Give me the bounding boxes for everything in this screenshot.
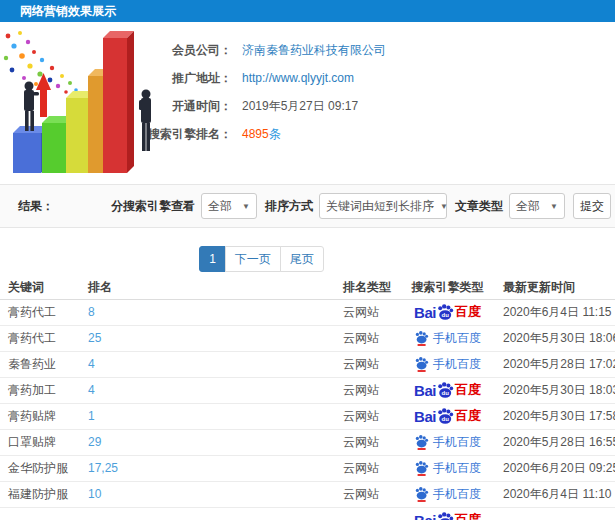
chevron-down-icon: ▼ xyxy=(440,202,448,211)
keyword-ranking-table: 关键词 排名 排名类型 搜索引擎类型 最新更新时间 膏药代工 8 云网站 Bai… xyxy=(0,276,615,520)
mobile-baidu-paw-icon xyxy=(414,486,429,502)
rank-type-cell: 云网站 xyxy=(335,403,400,429)
engine-cell: Bai du 百度 手机百度 xyxy=(400,481,495,507)
rank-link[interactable]: 10 xyxy=(88,487,101,501)
svg-text:du: du xyxy=(441,312,449,318)
header-updated: 最新更新时间 xyxy=(495,276,615,299)
rank-link[interactable]: 4 xyxy=(88,357,95,371)
member-company-link[interactable]: 济南秦鲁药业科技有限公司 xyxy=(242,43,386,57)
rank-type-cell: 云网站 xyxy=(335,377,400,403)
pagination: 1 下一页 尾页 xyxy=(200,246,324,272)
table-row: 口罩贴牌 29 云网站 Bai du 百度 xyxy=(0,429,615,455)
table-row: Bai du 百度 手机百度 xyxy=(0,507,615,520)
engine-cell: Bai du 百度 手机百度 xyxy=(400,403,495,429)
rank-type-cell: 云网站 xyxy=(335,325,400,351)
engine-rank-unit: 条 xyxy=(269,127,281,141)
baidu-logo: Bai du 百度 xyxy=(414,407,481,425)
promo-url-link[interactable]: http://www.qlyyjt.com xyxy=(242,71,354,85)
updated-cell: 2020年6月20日 09:25 xyxy=(495,455,615,481)
result-section-label: 结果： xyxy=(18,198,54,215)
keyword-cell xyxy=(0,507,80,520)
updated-cell: 2020年6月4日 11:10 xyxy=(495,481,615,507)
next-page-button[interactable]: 下一页 xyxy=(225,246,281,272)
updated-cell: 2020年6月4日 11:15 xyxy=(495,299,615,325)
engine-cell: Bai du 百度 手机百度 xyxy=(400,429,495,455)
article-type-label: 文章类型 xyxy=(455,198,503,215)
engine-cell: Bai du 百度 手机百度 xyxy=(400,455,495,481)
rank-link[interactable]: 29 xyxy=(88,435,101,449)
engine-filter-select[interactable]: 全部 ▼ xyxy=(201,193,257,219)
submit-button[interactable]: 提交 xyxy=(573,193,611,219)
mobile-baidu-paw-icon xyxy=(414,434,429,450)
keyword-cell: 秦鲁药业 xyxy=(0,351,80,377)
table-row: 膏药代工 25 云网站 Bai du 百度 xyxy=(0,325,615,351)
engine-filter-label: 分搜索引擎查看 xyxy=(111,198,195,215)
page-title: 网络营销效果展示 xyxy=(0,0,615,22)
businessman-right xyxy=(139,90,151,152)
keyword-cell: 膏药加工 xyxy=(0,377,80,403)
table-row: 福建防护服 10 云网站 Bai du 百度 xyxy=(0,481,615,507)
mobile-baidu-paw-icon xyxy=(414,356,429,372)
chevron-down-icon: ▼ xyxy=(550,202,558,211)
baidu-paw-icon: du xyxy=(436,303,454,321)
engine-cell: Bai du 百度 手机百度 xyxy=(400,507,495,520)
engine-rank-count: 4895 xyxy=(242,127,269,141)
chevron-down-icon: ▼ xyxy=(242,202,250,211)
table-row: 膏药贴牌 1 云网站 Bai du 百度 xyxy=(0,403,615,429)
rank-link[interactable]: 1 xyxy=(88,409,95,423)
engine-cell: Bai du 百度 手机百度 xyxy=(400,299,495,325)
mobile-baidu-logo: 手机百度 xyxy=(414,356,481,373)
marketing-bar-chart-illustration xyxy=(0,28,175,178)
pagination-area: 1 下一页 尾页 xyxy=(0,228,524,272)
table-row: 膏药代工 8 云网站 Bai du 百度 xyxy=(0,299,615,325)
keyword-cell: 福建防护服 xyxy=(0,481,80,507)
mobile-baidu-paw-icon xyxy=(414,330,429,346)
keyword-cell: 膏药代工 xyxy=(0,325,80,351)
mobile-baidu-logo: 手机百度 xyxy=(414,434,481,451)
rank-type-cell: 云网站 xyxy=(335,455,400,481)
last-page-button[interactable]: 尾页 xyxy=(280,246,324,272)
sort-filter-select[interactable]: 关键词由短到长排序 ▼ xyxy=(319,193,447,219)
table-header-row: 关键词 排名 排名类型 搜索引擎类型 最新更新时间 xyxy=(0,276,615,299)
keyword-cell: 金华防护服 xyxy=(0,455,80,481)
mobile-baidu-logo: 手机百度 xyxy=(414,460,481,477)
article-type-value: 全部 xyxy=(516,198,540,215)
rank-link[interactable]: 25 xyxy=(88,331,101,345)
updated-cell: 2020年5月30日 18:03 xyxy=(495,377,615,403)
baidu-paw-icon: du xyxy=(436,511,454,520)
svg-text:du: du xyxy=(441,416,449,422)
header-rank: 排名 xyxy=(80,276,335,299)
updated-cell: 2020年5月30日 17:58 xyxy=(495,403,615,429)
bar-red xyxy=(103,31,134,173)
engine-cell: Bai du 百度 手机百度 xyxy=(400,325,495,351)
keyword-cell: 口罩贴牌 xyxy=(0,429,80,455)
engine-cell: Bai du 百度 手机百度 xyxy=(400,377,495,403)
table-row: 秦鲁药业 4 云网站 Bai du 百度 xyxy=(0,351,615,377)
rank-type-cell: 云网站 xyxy=(335,299,400,325)
rank-type-cell: 云网站 xyxy=(335,481,400,507)
rank-type-cell: 云网站 xyxy=(335,429,400,455)
page-1-button[interactable]: 1 xyxy=(199,246,226,272)
result-filter-bar: 结果： 分搜索引擎查看 全部 ▼ 排序方式 关键词由短到长排序 ▼ 文章类型 全… xyxy=(0,184,615,228)
rank-type-cell xyxy=(335,507,400,520)
header-keyword: 关键词 xyxy=(0,276,80,299)
baidu-logo: Bai du 百度 xyxy=(414,303,481,321)
sort-filter-value: 关键词由短到长排序 xyxy=(326,198,434,215)
rank-link[interactable]: 8 xyxy=(88,305,95,319)
updated-cell xyxy=(495,507,615,520)
opened-time-value: 2019年5月27日 09:17 xyxy=(242,99,358,113)
rank-link[interactable]: 4 xyxy=(88,383,95,397)
rank-type-cell: 云网站 xyxy=(335,351,400,377)
header-engine-type: 搜索引擎类型 xyxy=(400,276,495,299)
baidu-logo: Bai du 百度 xyxy=(414,511,481,520)
rank-link[interactable]: 17,25 xyxy=(88,461,118,475)
baidu-paw-icon: du xyxy=(436,381,454,399)
baidu-paw-icon: du xyxy=(436,407,454,425)
table-row: 膏药加工 4 云网站 Bai du 百度 xyxy=(0,377,615,403)
hero-section: 会员公司：济南秦鲁药业科技有限公司 推广地址：http://www.qlyyjt… xyxy=(0,22,615,184)
engine-filter-value: 全部 xyxy=(208,198,232,215)
article-type-select[interactable]: 全部 ▼ xyxy=(509,193,565,219)
svg-text:du: du xyxy=(441,390,449,396)
sort-filter-label: 排序方式 xyxy=(265,198,313,215)
updated-cell: 2020年5月28日 16:55 xyxy=(495,429,615,455)
